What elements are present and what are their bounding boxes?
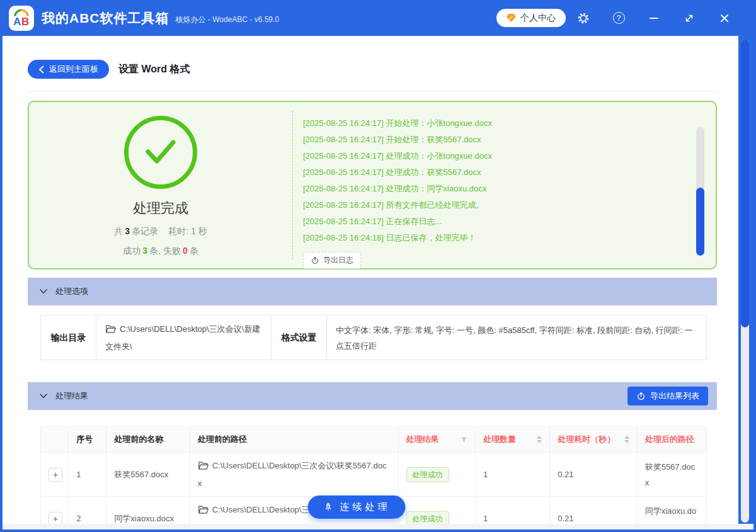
row-index: 1 xyxy=(69,453,106,497)
row-name: 获奖5567.docx xyxy=(106,453,190,497)
row-result: 处理成功 xyxy=(398,497,475,524)
upload-icon xyxy=(311,256,319,265)
app-title: 我的ABC软件工具箱 xyxy=(42,9,169,27)
status-badge: 处理成功 xyxy=(406,511,449,524)
page-title: 设置 Word 格式 xyxy=(118,63,190,76)
sort-icon[interactable] xyxy=(537,436,542,443)
log-line: [2025-08-25 16:24:17] 处理成功：同学xiaoxu.docx xyxy=(303,181,716,197)
continue-processing-label: 连续处理 xyxy=(340,501,391,513)
chevron-left-icon xyxy=(38,65,44,74)
minimize-icon[interactable] xyxy=(636,6,672,31)
log-panel: [2025-08-25 16:24:17] 开始处理：小张tongxue.doc… xyxy=(292,111,716,259)
row-name: 同学xiaoxu.docx xyxy=(106,497,190,524)
status-badge: 处理成功 xyxy=(406,467,449,482)
log-line: [2025-08-25 16:24:17] 处理成功：小张tongxue.doc… xyxy=(303,148,716,164)
titlebar: A B 我的ABC软件工具箱 核烁办公 - WodeABC - v6.59.0 … xyxy=(0,0,756,36)
row-path: C:\Users\DELL\Desktop\三次会议\获奖5567.docx xyxy=(190,453,398,497)
horizontal-scrollbar-track[interactable] xyxy=(3,524,753,529)
elapsed-time: 耗时: 1 秒 xyxy=(168,226,207,236)
main-content: 返回到主面板 设置 Word 格式 处理完成 共3条记录耗时: 1 秒 成功3条… xyxy=(3,36,738,524)
continue-processing-button[interactable]: 连续处理 xyxy=(308,495,406,519)
col-count: 处理数量 xyxy=(475,427,549,453)
back-button-label: 返回到主面板 xyxy=(49,64,98,75)
success-check-icon xyxy=(124,116,197,189)
log-scrollbar[interactable] xyxy=(696,127,704,256)
settings-gear-icon[interactable] xyxy=(566,6,601,31)
fail-count: 0 xyxy=(181,246,190,256)
export-log-label: 导出日志 xyxy=(323,255,353,266)
total-count: 3 xyxy=(123,226,132,236)
format-settings-label: 格式设置 xyxy=(272,316,327,359)
table-header-row: 序号 处理前的名称 处理前的路径 处理结果 处理数量 xyxy=(41,427,707,453)
summary-panel: 处理完成 共3条记录耗时: 1 秒 成功3条, 失败0条 [2025-08-25… xyxy=(28,101,717,269)
results-section-header[interactable]: 处理结果 导出结果列表 xyxy=(28,382,717,410)
app-subtitle: 核烁办公 - WodeABC - v6.59.0 xyxy=(176,14,280,25)
summary-totals: 共3条记录耗时: 1 秒 xyxy=(114,226,207,237)
status-text: 处理完成 xyxy=(133,199,188,218)
format-settings-value: 中文字体: 宋体, 字形: 常规, 字号: 一号, 颜色: #5a585cff,… xyxy=(327,316,706,359)
folder-icon xyxy=(198,504,209,519)
folder-icon xyxy=(105,323,116,339)
svg-text:B: B xyxy=(21,16,29,28)
summary-success-fail: 成功3条, 失败0条 xyxy=(123,246,198,257)
row-count: 1 xyxy=(475,453,549,497)
row-time: 0.21 xyxy=(550,453,637,497)
export-log-button[interactable]: 导出日志 xyxy=(303,252,361,269)
filter-funnel-icon[interactable] xyxy=(461,436,467,443)
svg-text:A: A xyxy=(13,16,21,28)
col-out-path: 处理后的路径 xyxy=(637,427,706,453)
close-icon[interactable] xyxy=(707,6,742,31)
chevron-down-icon xyxy=(40,289,47,294)
table-row: + 1 获奖5567.docx C:\Users\DELL\Desktop\三次… xyxy=(41,453,707,497)
row-count: 1 xyxy=(475,497,549,524)
page-header: 返回到主面板 设置 Word 格式 xyxy=(28,36,717,92)
col-name: 处理前的名称 xyxy=(106,427,190,453)
app-logo-icon: A B xyxy=(9,6,34,31)
folder-icon xyxy=(198,460,209,475)
options-section-header[interactable]: 处理选项 xyxy=(28,278,717,305)
user-center-button[interactable]: ✓ 个人中心 xyxy=(496,9,566,27)
row-time: 0.21 xyxy=(550,497,637,524)
col-result: 处理结果 xyxy=(398,427,475,453)
log-line: [2025-08-25 16:24:17] 开始处理：获奖5567.docx xyxy=(303,132,716,148)
log-line: [2025-08-25 16:24:18] 日志已保存，处理完毕！ xyxy=(303,230,716,246)
row-index: 2 xyxy=(69,497,106,524)
window-scrollbar-thumb[interactable] xyxy=(741,39,749,327)
row-out-name: 同学xiaoxu.docx xyxy=(637,497,706,524)
col-index: 序号 xyxy=(69,427,106,453)
summary-status-block: 处理完成 共3条记录耗时: 1 秒 成功3条, 失败0条 xyxy=(29,102,292,268)
window-scrollbar[interactable] xyxy=(741,39,749,523)
row-out-name: 获奖5567.docx xyxy=(637,453,706,497)
col-path: 处理前的路径 xyxy=(190,427,398,453)
rocket-icon xyxy=(323,502,334,512)
output-dir-label: 输出目录 xyxy=(41,316,96,359)
log-line: [2025-08-25 16:24:17] 开始处理：小张tongxue.doc… xyxy=(303,115,716,132)
help-icon[interactable]: ? xyxy=(601,6,636,31)
log-line: [2025-08-25 16:24:17] 正在保存日志... xyxy=(303,213,716,230)
export-results-label: 导出结果列表 xyxy=(650,390,699,402)
vip-gem-icon: ✓ xyxy=(507,14,516,22)
sort-icon[interactable] xyxy=(624,436,629,443)
export-results-button[interactable]: 导出结果列表 xyxy=(627,387,708,405)
user-center-label: 个人中心 xyxy=(520,13,556,24)
col-time: 处理耗时（秒） xyxy=(550,427,637,453)
success-count: 3 xyxy=(140,246,149,256)
output-dir-value: C:\Users\DELL\Desktop\三次会议\新建文件夹\ xyxy=(96,316,272,359)
options-box: 输出目录 C:\Users\DELL\Desktop\三次会议\新建文件夹\ 格… xyxy=(40,315,707,360)
log-scrollbar-thumb[interactable] xyxy=(696,188,704,256)
options-body: 输出目录 C:\Users\DELL\Desktop\三次会议\新建文件夹\ 格… xyxy=(28,305,717,374)
row-result: 处理成功 xyxy=(398,453,475,497)
expand-row-button[interactable]: + xyxy=(49,468,62,482)
chevron-down-icon xyxy=(40,393,47,399)
log-line: [2025-08-25 16:24:17] 所有文件都已经处理完成。 xyxy=(303,197,716,213)
back-to-main-button[interactable]: 返回到主面板 xyxy=(28,60,109,79)
maximize-icon[interactable] xyxy=(672,6,707,31)
upload-icon xyxy=(636,392,646,401)
log-line: [2025-08-25 16:24:17] 处理成功：获奖5567.docx xyxy=(303,164,716,181)
expand-row-button[interactable]: + xyxy=(49,512,62,524)
options-section-title: 处理选项 xyxy=(55,286,88,297)
results-section-title: 处理结果 xyxy=(55,390,88,402)
expand-column-header xyxy=(41,427,69,453)
